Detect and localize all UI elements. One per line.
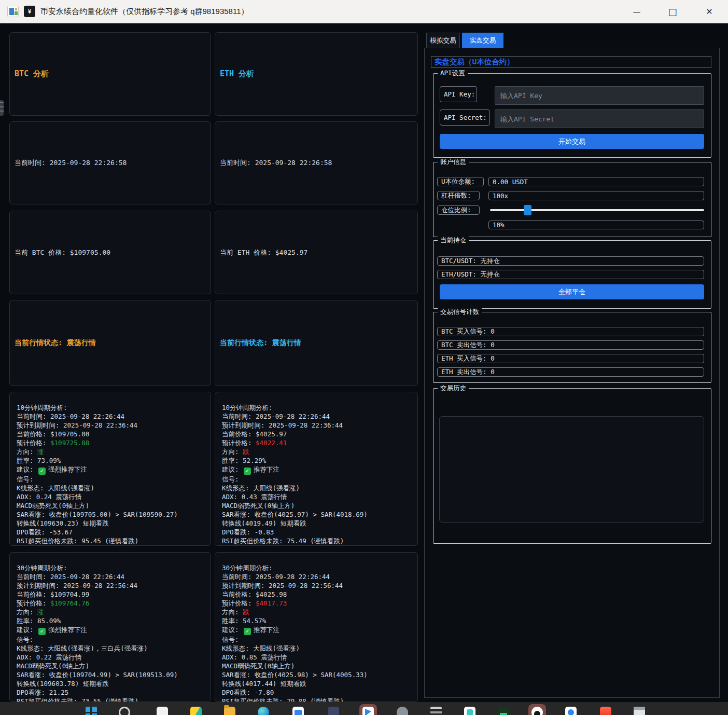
signals-title: 信号: bbox=[17, 475, 207, 484]
period-winrate: 胜率: 85.09% bbox=[17, 616, 207, 625]
signal-line: ADX: 0.43 震荡行情 bbox=[222, 492, 414, 501]
signal-line: 转换线(4019.49) 短期看跌 bbox=[222, 519, 414, 528]
period-title: 30分钟周期分析: bbox=[17, 563, 207, 572]
minimize-button[interactable]: — bbox=[622, 0, 652, 23]
blue-dot-app-icon[interactable] bbox=[565, 707, 577, 715]
signal-line: 转换线(109630.23) 短期看跌 bbox=[17, 519, 207, 528]
period-winrate: 胜率: 73.09% bbox=[17, 456, 207, 465]
tab-live-trading[interactable]: 实盘交易 bbox=[462, 33, 503, 48]
cat-dark-app-icon[interactable] bbox=[328, 707, 339, 715]
face-app-icon[interactable] bbox=[531, 707, 543, 715]
btc-sell-signal-row: BTC 卖出信号: 0 bbox=[437, 340, 704, 350]
cat-gray-app-icon[interactable] bbox=[397, 707, 408, 715]
signal-line: ADX: 0.24 震荡行情 bbox=[17, 492, 207, 501]
positions-group-title: 当前持仓 bbox=[438, 236, 469, 245]
eth-sell-signal-row: ETH 卖出信号: 0 bbox=[437, 367, 704, 377]
btc-position-row: BTC/USDT: 无持仓 bbox=[437, 256, 704, 266]
predict-value: $109764.76 bbox=[50, 599, 89, 607]
briefcase-app-icon[interactable] bbox=[292, 707, 304, 715]
balance-value: 0.00 USDT bbox=[488, 177, 704, 186]
teal-app-icon[interactable] bbox=[464, 707, 475, 715]
orange-app-icon[interactable] bbox=[600, 707, 611, 715]
predict-value: $4017.73 bbox=[256, 599, 287, 607]
leverage-value: 100x bbox=[488, 191, 704, 200]
btc-30min-panel: 30分钟周期分析: 当前时间: 2025-09-28 22:26:44 预计到期… bbox=[9, 552, 211, 702]
signal-count-group-title: 交易信号计数 bbox=[438, 308, 482, 317]
predict-value: $4022.41 bbox=[256, 439, 287, 447]
close-button[interactable]: ✕ bbox=[694, 0, 724, 23]
period-time: 当前时间: 2025-09-28 22:26:44 bbox=[222, 412, 414, 421]
period-expire: 预计到期时间: 2025-09-28 22:36:44 bbox=[17, 421, 207, 430]
period-winrate: 胜率: 54.57% bbox=[222, 616, 414, 625]
signal-line: ADX: 0.85 震荡行情 bbox=[222, 653, 414, 662]
btc-time-panel: 当前时间: 2025-09-28 22:26:58 bbox=[9, 121, 211, 204]
live-trading-header: 实盘交易（U本位合约） bbox=[431, 56, 711, 68]
check-icon: ✓ bbox=[244, 628, 251, 635]
signal-line: DPO看跌: -7.80 bbox=[222, 688, 414, 697]
eth-10min-panel: 10分钟周期分析: 当前时间: 2025-09-28 22:26:44 预计到期… bbox=[215, 392, 418, 546]
windows-start-icon[interactable] bbox=[86, 707, 97, 715]
maximize-button[interactable]: □ bbox=[657, 0, 688, 23]
eth-market-state: 当前行情状态: 震荡行情 bbox=[220, 338, 301, 348]
api-key-label: API Key: bbox=[440, 86, 477, 102]
green-terminal-app-icon[interactable] bbox=[498, 707, 509, 715]
check-icon: ✓ bbox=[244, 468, 251, 475]
api-secret-input[interactable] bbox=[495, 109, 704, 128]
close-all-positions-button[interactable]: 全部平仓 bbox=[440, 284, 704, 299]
btc-buy-signal-row: BTC 买入信号: 0 bbox=[437, 327, 704, 336]
signal-line: SAR看涨: 收盘价(4025.98) > SAR(4005.33) bbox=[222, 670, 414, 679]
signal-line: SAR看涨: 收盘价(4025.97) > SAR(4018.69) bbox=[222, 510, 414, 519]
btc-analysis-header-panel: BTC 分析 bbox=[9, 32, 211, 116]
balance-label: U本位余额: bbox=[437, 177, 484, 186]
predict-value: $109725.88 bbox=[50, 439, 89, 447]
app-window-icon bbox=[7, 6, 19, 17]
signal-line: RSI超买但价格未跌: 75.49 (谨慎看跌) bbox=[222, 537, 414, 545]
period-title: 30分钟周期分析: bbox=[222, 563, 414, 572]
leverage-label: 杠杆倍数: bbox=[437, 191, 480, 200]
period-price: 当前价格: $109705.00 bbox=[17, 430, 207, 438]
btc-analysis-title: BTC 分析 bbox=[15, 69, 49, 79]
edge-handle[interactable] bbox=[0, 100, 4, 116]
signal-line: K线形态: 大阳线(强看涨) bbox=[222, 644, 414, 653]
signal-line: MACD弱势死叉(0轴上方) bbox=[17, 501, 207, 510]
list-bars-app-icon[interactable] bbox=[430, 707, 442, 715]
edge-browser-icon[interactable] bbox=[258, 707, 269, 715]
position-ratio-slider-track[interactable] bbox=[490, 209, 704, 211]
signal-line: MACD弱势死叉(0轴上方) bbox=[222, 501, 414, 510]
signal-line: K线形态: 大阳线(强看涨) bbox=[17, 484, 207, 492]
trade-history-group: 交易历史 bbox=[433, 388, 711, 544]
account-info-group: 账户信息 U本位余额: 0.00 USDT 杠杆倍数: 100x 仓位比例: 1… bbox=[433, 162, 711, 237]
signals-title: 信号: bbox=[17, 635, 207, 644]
direction-value: 涨 bbox=[37, 608, 44, 616]
notes-app-icon[interactable] bbox=[157, 707, 168, 715]
period-time: 当前时间: 2025-09-28 22:26:44 bbox=[222, 572, 414, 581]
position-ratio-slider-handle[interactable] bbox=[524, 205, 531, 215]
advice-value: 强烈推荐下注 bbox=[48, 626, 87, 634]
signal-line: RSI超买但价格未跌: 95.45 (谨慎看跌) bbox=[17, 537, 207, 545]
start-trading-button[interactable]: 开始交易 bbox=[440, 134, 704, 149]
period-expire: 预计到期时间: 2025-09-28 22:56:44 bbox=[222, 581, 414, 590]
media-yellow-app-icon[interactable] bbox=[190, 707, 202, 715]
signal-line: K线形态: 大阳线(强看涨)，三白兵(强看涨) bbox=[17, 644, 207, 653]
api-key-input[interactable] bbox=[495, 86, 704, 105]
window-title: 币安永续合约量化软件（仅供指标学习参考 q群981935811） bbox=[40, 0, 248, 23]
signal-line: SAR看涨: 收盘价(109704.99) > SAR(109513.09) bbox=[17, 670, 207, 679]
period-expire: 预计到期时间: 2025-09-28 22:36:44 bbox=[222, 421, 414, 430]
tab-simulated-trading[interactable]: 模拟交易 bbox=[426, 33, 460, 48]
blue-fin-app-icon[interactable] bbox=[362, 707, 374, 715]
advice-value: 推荐下注 bbox=[254, 626, 279, 634]
period-title: 10分钟周期分析: bbox=[222, 403, 414, 412]
search-icon[interactable] bbox=[119, 707, 130, 715]
browser-window-app-icon[interactable] bbox=[634, 707, 645, 715]
position-ratio-label: 仓位比例: bbox=[437, 205, 480, 215]
eth-current-price: 当前 ETH 价格: $4025.97 bbox=[220, 248, 307, 257]
period-price: 当前价格: $4025.97 bbox=[222, 430, 414, 438]
signal-line: RSI超买但价格未跌: 79.88 (谨慎看跌) bbox=[222, 697, 414, 703]
trade-history-list[interactable] bbox=[439, 416, 704, 522]
signals-title: 信号: bbox=[222, 635, 414, 644]
advice-value: 强烈推荐下注 bbox=[48, 465, 87, 473]
signal-line: MACD弱势死叉(0轴上方) bbox=[17, 662, 207, 670]
eth-30min-panel: 30分钟周期分析: 当前时间: 2025-09-28 22:26:44 预计到期… bbox=[215, 552, 418, 702]
signals-title: 信号: bbox=[222, 475, 414, 484]
folder-icon[interactable] bbox=[224, 707, 235, 715]
